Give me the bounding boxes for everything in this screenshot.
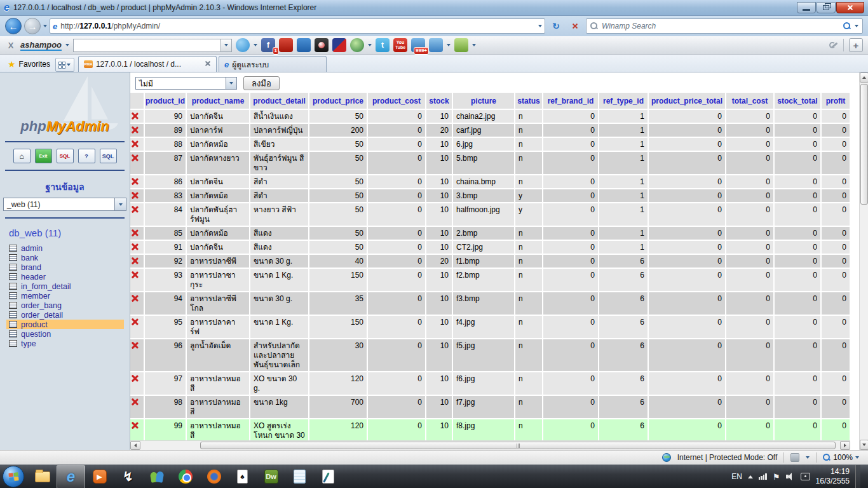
scroll-left-button[interactable] (130, 441, 140, 450)
deals-icon[interactable]: 999+ (411, 38, 425, 52)
sidebar-table-header[interactable]: header (6, 272, 124, 281)
toolbar-search-combo[interactable] (73, 39, 232, 52)
active-tab[interactable]: PMA127.0.0.1 / localhost / d... (78, 56, 217, 72)
column-header-product_detail[interactable]: product_detail (250, 93, 309, 109)
column-header-picture[interactable]: picture (452, 93, 515, 109)
tab-close-button[interactable] (205, 60, 211, 69)
notes-icon[interactable] (332, 38, 346, 52)
mail-icon-dropdown[interactable] (447, 44, 451, 46)
table-row[interactable]: 93อาหารปลาซา กุระขนาด 1 Kg.150010f2.bmpn… (130, 268, 850, 292)
table-row[interactable]: 97อาหารปลาหมอ สีXO ขนาด 30 g.120010f6.jp… (130, 372, 850, 395)
row-action-cell[interactable] (130, 175, 144, 189)
row-action-cell[interactable] (130, 226, 144, 240)
touch-input-icon[interactable] (801, 473, 810, 480)
help-icon[interactable]: ? (78, 149, 95, 163)
table-row[interactable]: 89ปลาคาร์ฟปลาคาร์ฟญี่ปุ่น200020carf.jpgn… (130, 123, 850, 137)
map-icon-dropdown[interactable] (368, 44, 372, 46)
inactive-tab[interactable]: eผู้ดูแลระบบ (219, 56, 327, 72)
column-header-stock[interactable]: stock (426, 93, 452, 109)
column-header-ref_type_id[interactable]: ref_type_id (599, 93, 648, 109)
search-go-icon[interactable] (843, 22, 851, 30)
row-action-cell[interactable] (130, 189, 144, 203)
delete-row-icon[interactable] (131, 154, 139, 161)
explorer-icon-button[interactable] (28, 465, 57, 488)
back-button[interactable]: ← (5, 18, 22, 34)
delete-row-icon[interactable] (131, 229, 139, 236)
delete-row-icon[interactable] (131, 294, 139, 302)
table-row[interactable]: 84ปลากัดพันธุ์ฮา ร์ฟมูนหางยาว สีฟ้า50010… (130, 203, 850, 226)
protected-mode-icon[interactable] (790, 453, 799, 462)
media-player-icon-button[interactable]: ▶ (85, 465, 114, 488)
row-action-cell[interactable] (130, 372, 144, 395)
address-bar[interactable]: e http://127.0.0.1/phpMyAdmin/ (50, 18, 545, 34)
map-icon[interactable] (350, 38, 364, 52)
start-button[interactable] (3, 466, 24, 487)
messenger-icon-button[interactable] (142, 465, 171, 488)
favorites-button[interactable]: ★ Favorites (3, 57, 55, 72)
row-action-cell[interactable] (130, 268, 144, 292)
database-select-dropdown-icon[interactable] (114, 198, 126, 210)
solitaire-icon-button[interactable]: ♠ (228, 465, 257, 488)
row-action-cell[interactable] (130, 203, 144, 226)
row-action-cell[interactable] (130, 151, 144, 175)
table-row[interactable]: 83ปลากัดหม้อสีดำ500103.bmpy010000 (130, 189, 850, 203)
delete-row-icon[interactable] (131, 177, 139, 185)
row-action-cell[interactable] (130, 137, 144, 151)
protected-mode-dropdown-icon[interactable] (806, 456, 810, 459)
table-row[interactable]: 86ปลากัดจีนสีดำ50010chaina.bmpn010000 (130, 175, 850, 189)
like-icon[interactable] (297, 38, 311, 52)
search-dropdown-icon[interactable] (855, 25, 858, 27)
ashampoo-dropdown-icon[interactable] (65, 44, 69, 46)
database-heading-link[interactable]: db_web (11) (9, 227, 130, 238)
delete-row-icon[interactable] (131, 341, 139, 349)
column-header-product_price[interactable]: product_price (309, 93, 367, 109)
pma-logo[interactable]: phpMyAdmin (0, 118, 130, 135)
stop-button[interactable] (567, 18, 583, 34)
column-header-profit[interactable]: profit (821, 93, 850, 109)
delete-row-icon[interactable] (131, 271, 139, 278)
database-select[interactable]: _web (11) (3, 198, 126, 211)
address-dropdown-icon[interactable] (538, 25, 542, 27)
column-header-total_cost[interactable]: total_cost (726, 93, 774, 109)
notepad-icon-button[interactable] (285, 465, 314, 488)
zoom-dropdown-icon[interactable] (855, 456, 859, 459)
winamp-icon-button[interactable]: ↯ (114, 465, 142, 488)
volume-icon[interactable] (786, 473, 795, 480)
row-action-cell[interactable] (130, 240, 144, 254)
table-row[interactable]: 98อาหารปลาหมอ สีขนาด 1kg700010f7.jpgn060… (130, 395, 850, 419)
restore-button[interactable] (817, 2, 836, 13)
toolbar-close-button[interactable]: X (5, 41, 17, 50)
sidebar-table-question[interactable]: question (6, 329, 124, 339)
action-center-icon[interactable]: ⚑ (773, 472, 780, 482)
column-header-stock_total[interactable]: stock_total (774, 93, 821, 109)
home-icon[interactable]: ⌂ (13, 149, 31, 163)
column-header-product_id[interactable]: product_id (144, 93, 186, 109)
record-icon[interactable] (315, 38, 329, 52)
bug-report-icon[interactable] (279, 38, 293, 52)
delete-row-icon[interactable] (131, 126, 139, 133)
column-header-product_price_total[interactable]: product_price_total (648, 93, 726, 109)
scroll-up-button[interactable] (860, 72, 868, 83)
delete-row-icon[interactable] (131, 374, 139, 382)
forward-button[interactable]: → (24, 18, 41, 34)
column-header-ref_brand_id[interactable]: ref_brand_id (543, 93, 599, 109)
table-row[interactable]: 95อาหารปลาคา ร์ฟขนาด 1 Kg.150010f4.jpgn0… (130, 315, 850, 339)
row-action-cell[interactable] (130, 123, 144, 137)
row-action-cell[interactable] (130, 339, 144, 372)
network-icon[interactable] (759, 473, 767, 480)
query-window-icon[interactable]: SQL (100, 149, 117, 163)
go-button[interactable]: ลงมือ (243, 76, 280, 90)
vertical-scrollbar[interactable] (859, 72, 868, 450)
delete-row-icon[interactable] (131, 191, 139, 199)
table-row[interactable]: 85ปลากัดหม้อสีแดง500102.bmpn010000 (130, 226, 850, 240)
sql-window-icon[interactable]: SQL (57, 149, 74, 163)
delete-row-icon[interactable] (131, 205, 139, 213)
table-row[interactable]: 87ปลากัดหางยาวพันธุ์ฮาร์ฟมูน สี ขาว50010… (130, 151, 850, 175)
table-row[interactable]: 88ปลากัดหม้อสีเขียว500106.jpgn010000 (130, 137, 850, 151)
column-header-product_cost[interactable]: product_cost (367, 93, 426, 109)
close-button[interactable] (836, 2, 864, 13)
sidebar-table-brand[interactable]: brand (6, 262, 124, 272)
delete-row-icon[interactable] (131, 140, 139, 147)
history-dropdown-icon[interactable] (43, 25, 47, 27)
table-row[interactable]: 94อาหารปลาซีพี โกลขนาด 30 g.35010f3.bmpn… (130, 292, 850, 315)
